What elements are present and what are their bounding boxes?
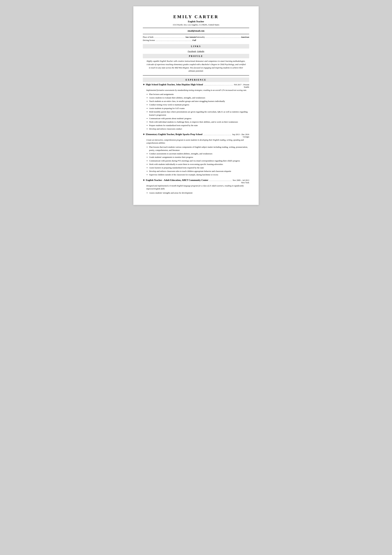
linkedin-link[interactable]: Linkedin: [197, 50, 204, 52]
experience-section-title: EXPERIENCE: [185, 79, 207, 81]
profile-section-header: PROFILE: [143, 54, 249, 58]
driving-license-value: Full: [192, 39, 196, 42]
exp-right-1: Feb 2017 – Present Seattle: [234, 84, 249, 88]
place-of-birth-line: Place of birth San Antonio: [143, 36, 196, 38]
experience-divider: [143, 75, 249, 76]
resume-header: EMILY CARTER English Teacher 1515 Pacifi…: [143, 14, 249, 32]
exp-dots-2: [203, 135, 231, 135]
exp-date-1: Feb 2017 – Present: [234, 84, 249, 86]
personal-info-left: Place of birth San Antonio Driving licen…: [143, 36, 196, 42]
personal-info-section: Place of birth San Antonio Driving licen…: [143, 36, 249, 42]
exp-item-2: ❖ Elementary English Teacher, Bright Spa…: [143, 133, 249, 176]
list-item: Plan lessons that teach students various…: [149, 146, 249, 152]
links-section-title: LINKS: [191, 45, 201, 48]
exp-header-1: ❖ High School English Teacher, John Hopk…: [143, 83, 249, 88]
exp-location-3: New York: [233, 182, 249, 184]
candidate-name: EMILY CARTER: [143, 14, 249, 19]
list-item: Conduct assessments to ascertain student…: [149, 152, 249, 155]
nationality-label: Nationality: [196, 36, 205, 38]
experience-list: ❖ High School English Teacher, John Hopk…: [143, 83, 249, 195]
list-item: Work with students individually to assis…: [149, 163, 249, 166]
candidate-title: English Teacher: [143, 20, 249, 23]
exp-date-3: Nov 2009 – Jul 2013: [233, 179, 249, 182]
list-item: Communicate with parents about students'…: [149, 117, 249, 120]
profile-content: Highly capable English Teacher with crea…: [143, 59, 249, 73]
exp-description-1: Implemented formative assessments by sta…: [143, 89, 249, 92]
profile-section-title: PROFILE: [189, 55, 203, 57]
candidate-email: email@email.com: [143, 30, 249, 32]
list-item: Work with individual students to challen…: [149, 120, 249, 124]
exp-description-3: Designed and implemented a 6-month Engli…: [143, 184, 249, 190]
driving-license-line: Driving license Full: [143, 39, 196, 42]
experience-section-header: EXPERIENCE: [143, 78, 249, 82]
exp-bullets-2: Plan lessons that teach students various…: [143, 146, 249, 176]
nationality-value: American: [241, 36, 249, 38]
exp-item-1: ❖ High School English Teacher, John Hopk…: [143, 83, 249, 131]
list-item: Prepare students for standardized tests …: [149, 124, 249, 127]
place-of-birth-value: San Antonio: [185, 36, 196, 38]
personal-info-right: Nationality American: [196, 36, 249, 42]
exp-bullets-3: Assess students' strengths and areas for…: [143, 191, 249, 195]
exp-description-2: Create an interactive, comprehension pro…: [143, 139, 249, 145]
place-of-birth-label: Place of birth: [143, 36, 153, 38]
list-item: Grade students' assignments to monitor t…: [149, 156, 249, 159]
exp-job-title-1: High School English Teacher, John Hopkin…: [146, 83, 203, 86]
candidate-address: 1515 Pacific Ave, Los Angeles, CA 90291,…: [143, 23, 249, 26]
links-section-header: LINKS: [143, 44, 249, 49]
exp-location-2: Georgia: [232, 136, 249, 138]
exp-job-title-2: Elementary English Teacher, Bright Spark…: [146, 133, 202, 136]
exp-header-3: ❖ English Teacher - Adult Education, ABE…: [143, 179, 249, 184]
list-item: Hold monthly parent days where presentat…: [149, 110, 249, 117]
list-item: Conduct testing every week to maintain p…: [149, 103, 249, 106]
list-item: Plan lectures and assignments: [149, 93, 249, 96]
nationality-line: Nationality American: [196, 36, 249, 38]
exp-location-1: Seattle: [234, 86, 249, 88]
exp-right-3: Nov 2009 – Jul 2013 New York: [233, 179, 249, 184]
list-item: Supervise children outside of the classr…: [149, 173, 249, 176]
exp-item-3: ❖ English Teacher - Adult Education, ABE…: [143, 179, 249, 195]
links-content: Facebook, Linkedin: [143, 50, 249, 53]
exp-diamond-2: ❖: [143, 133, 145, 136]
list-item: Assist learners in preparing standardize…: [149, 166, 249, 169]
exp-header-2: ❖ Elementary English Teacher, Bright Spa…: [143, 133, 249, 138]
exp-date-2: Sep 2013 – Dec 2016: [232, 133, 249, 136]
driving-license-label: Driving license: [143, 39, 155, 42]
facebook-link[interactable]: Facebook: [188, 50, 196, 52]
exp-title-line-3: ❖ English Teacher - Adult Education, ABE…: [143, 179, 233, 182]
resume-page: EMILY CARTER English Teacher 1515 Pacifi…: [133, 6, 259, 205]
list-item: Assess students to evaluate their abilit…: [149, 96, 249, 99]
exp-title-line-2: ❖ Elementary English Teacher, Bright Spa…: [143, 133, 232, 136]
exp-diamond-3: ❖: [143, 179, 145, 182]
list-item: Communicate with parents during PTA meet…: [149, 159, 249, 162]
exp-title-line-1: ❖ High School English Teacher, John Hopk…: [143, 83, 234, 86]
list-item: Teach students as an entire class, in sm…: [149, 100, 249, 103]
list-item: Develop and enforce classroom rules to t…: [149, 170, 249, 173]
exp-right-2: Sep 2013 – Dec 2016 Georgia: [232, 133, 249, 138]
exp-job-title-3: English Teacher - Adult Education, ABET …: [146, 179, 208, 182]
list-item: Assist students in preparing for SAT exa…: [149, 107, 249, 110]
header-divider-top: [143, 28, 249, 28]
header-divider-bottom: [143, 34, 249, 34]
list-item: Develop and enforce classroom conduct: [149, 127, 249, 131]
exp-bullets-1: Plan lectures and assignments Assess stu…: [143, 93, 249, 131]
exp-dots-1: [204, 85, 233, 85]
exp-diamond-1: ❖: [143, 83, 145, 86]
list-item: Assess students' strengths and areas for…: [149, 191, 249, 195]
